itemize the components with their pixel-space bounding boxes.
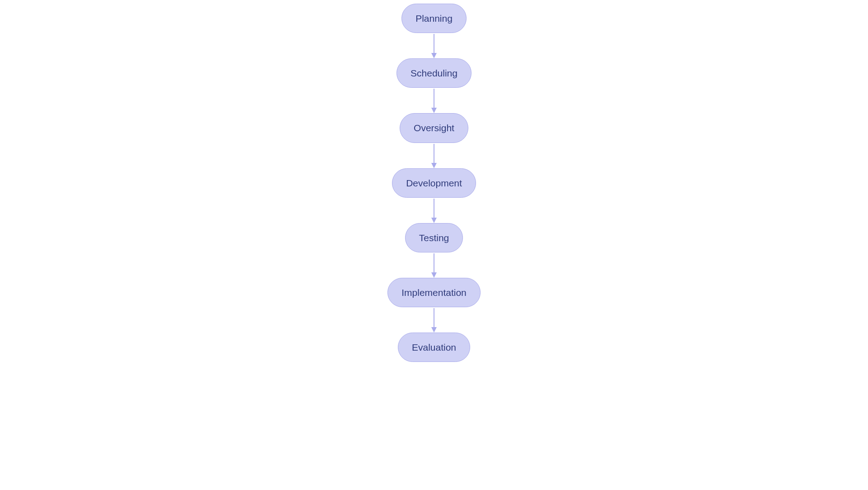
svg-marker-11 <box>431 327 437 333</box>
node-label: Evaluation <box>412 342 456 352</box>
node-label: Scheduling <box>410 68 458 78</box>
arrow-down-icon <box>429 143 439 168</box>
node-label: Planning <box>415 13 453 24</box>
node-implementation: Implementation <box>387 278 481 307</box>
node-evaluation: Evaluation <box>398 333 470 362</box>
arrow-down-icon <box>429 307 439 333</box>
svg-marker-9 <box>431 272 437 278</box>
svg-marker-5 <box>431 163 437 168</box>
node-oversight: Oversight <box>400 113 468 143</box>
node-label: Testing <box>419 233 449 243</box>
svg-marker-3 <box>431 108 437 113</box>
node-development: Development <box>392 168 476 198</box>
arrow-down-icon <box>429 33 439 58</box>
arrow-down-icon <box>429 88 439 113</box>
svg-marker-1 <box>431 53 437 58</box>
node-planning: Planning <box>401 4 467 33</box>
node-label: Oversight <box>414 123 454 133</box>
arrow-down-icon <box>429 252 439 278</box>
node-label: Development <box>406 178 462 188</box>
arrow-down-icon <box>429 198 439 223</box>
svg-marker-7 <box>431 218 437 223</box>
node-testing: Testing <box>405 223 463 252</box>
flowchart: Planning Scheduling Oversight Developmen… <box>387 4 481 362</box>
node-label: Implementation <box>401 287 467 298</box>
node-scheduling: Scheduling <box>396 58 472 88</box>
